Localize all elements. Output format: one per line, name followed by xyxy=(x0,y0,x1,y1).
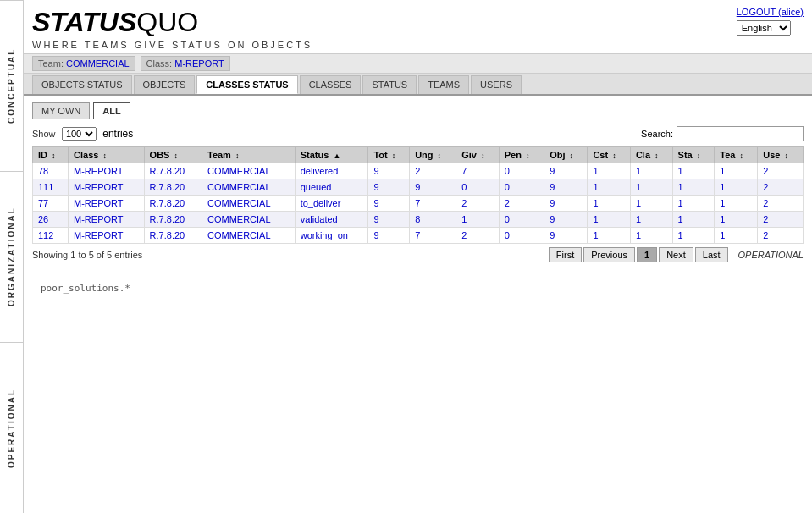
link-id[interactable]: 78 xyxy=(38,166,48,176)
link-obj[interactable]: 9 xyxy=(550,198,555,208)
link-tea[interactable]: 1 xyxy=(720,182,725,192)
link-team[interactable]: COMMERCIAL xyxy=(207,198,271,208)
link-tea[interactable]: 1 xyxy=(720,198,725,208)
col-class[interactable]: Class ↕ xyxy=(69,147,145,163)
tab-objects[interactable]: OBJECTS xyxy=(134,75,196,94)
link-obj[interactable]: 9 xyxy=(550,230,555,240)
col-team[interactable]: Team ↕ xyxy=(202,147,295,163)
link-cla[interactable]: 1 xyxy=(636,214,641,224)
link-cst[interactable]: 1 xyxy=(593,198,598,208)
tab-classes[interactable]: CLASSES xyxy=(300,75,362,94)
link-team[interactable]: COMMERCIAL xyxy=(207,166,271,176)
page-previous[interactable]: Previous xyxy=(583,247,635,262)
link-id[interactable]: 77 xyxy=(38,198,48,208)
link-ung[interactable]: 7 xyxy=(415,198,420,208)
link-class[interactable]: M-REPORT xyxy=(74,230,123,240)
tab-teams[interactable]: TEAMS xyxy=(418,75,469,94)
link-sta[interactable]: 1 xyxy=(678,214,683,224)
col-cla[interactable]: Cla ↕ xyxy=(630,147,672,163)
link-obs[interactable]: R.7.8.20 xyxy=(150,166,185,176)
link-status[interactable]: validated xyxy=(301,214,338,224)
col-tot[interactable]: Tot ↕ xyxy=(368,147,410,163)
tab-status[interactable]: STATUS xyxy=(362,75,417,94)
link-class[interactable]: M-REPORT xyxy=(74,214,123,224)
show-entries-select[interactable]: 10 25 50 100 xyxy=(62,127,97,141)
link-team[interactable]: COMMERCIAL xyxy=(207,182,271,192)
link-ung[interactable]: 2 xyxy=(415,166,420,176)
col-giv[interactable]: Giv ↕ xyxy=(456,147,499,163)
col-id[interactable]: ID ↕ xyxy=(33,147,69,163)
page-last[interactable]: Last xyxy=(695,247,728,262)
link-giv[interactable]: 2 xyxy=(461,198,467,208)
link-obj[interactable]: 9 xyxy=(550,214,555,224)
link-ung[interactable]: 7 xyxy=(415,230,420,240)
link-tot[interactable]: 9 xyxy=(373,214,378,224)
link-sta[interactable]: 1 xyxy=(678,166,683,176)
page-next[interactable]: Next xyxy=(659,247,693,262)
link-class[interactable]: M-REPORT xyxy=(74,166,123,176)
link-giv[interactable]: 1 xyxy=(461,214,467,224)
tab-classes-status[interactable]: CLASSES STATUS xyxy=(196,75,297,94)
link-giv[interactable]: 7 xyxy=(461,166,467,176)
link-id[interactable]: 26 xyxy=(38,214,48,224)
link-ung[interactable]: 9 xyxy=(415,182,420,192)
link-obs[interactable]: R.7.8.20 xyxy=(150,214,185,224)
link-pen[interactable]: 0 xyxy=(505,166,510,176)
link-cla[interactable]: 1 xyxy=(636,230,641,240)
link-giv[interactable]: 0 xyxy=(461,182,467,192)
link-cla[interactable]: 1 xyxy=(636,182,641,192)
language-selector[interactable]: English French Spanish xyxy=(737,20,804,36)
link-use[interactable]: 2 xyxy=(763,214,768,224)
link-sta[interactable]: 1 xyxy=(678,198,683,208)
link-tot[interactable]: 9 xyxy=(373,166,378,176)
link-tot[interactable]: 9 xyxy=(373,230,378,240)
link-class[interactable]: M-REPORT xyxy=(74,198,123,208)
tab-objects-status[interactable]: OBJECTS STATUS xyxy=(32,75,132,94)
link-cst[interactable]: 1 xyxy=(593,166,598,176)
link-obj[interactable]: 9 xyxy=(550,182,555,192)
link-sta[interactable]: 1 xyxy=(678,182,683,192)
link-use[interactable]: 2 xyxy=(763,230,768,240)
link-team[interactable]: COMMERCIAL xyxy=(207,230,271,240)
link-ung[interactable]: 8 xyxy=(415,214,420,224)
link-status[interactable]: working_on xyxy=(301,230,348,240)
tab-users[interactable]: USERS xyxy=(471,75,522,94)
link-tot[interactable]: 9 xyxy=(373,182,378,192)
link-team[interactable]: COMMERCIAL xyxy=(207,214,271,224)
logout-link[interactable]: LOGOUT (alice) xyxy=(737,7,804,17)
link-obs[interactable]: R.7.8.20 xyxy=(150,198,185,208)
link-cla[interactable]: 1 xyxy=(636,198,641,208)
link-id[interactable]: 111 xyxy=(38,182,53,192)
link-obs[interactable]: R.7.8.20 xyxy=(150,230,185,240)
link-use[interactable]: 2 xyxy=(763,166,768,176)
col-obs[interactable]: OBS ↕ xyxy=(144,147,202,163)
link-status[interactable]: delivered xyxy=(301,166,339,176)
link-tea[interactable]: 1 xyxy=(720,166,725,176)
link-sta[interactable]: 1 xyxy=(678,230,683,240)
link-pen[interactable]: 2 xyxy=(505,198,510,208)
link-cst[interactable]: 1 xyxy=(593,182,598,192)
col-pen[interactable]: Pen ↕ xyxy=(499,147,544,163)
link-giv[interactable]: 2 xyxy=(461,230,467,240)
col-use[interactable]: Use ↕ xyxy=(758,147,804,163)
link-id[interactable]: 112 xyxy=(38,230,53,240)
col-ung[interactable]: Ung ↕ xyxy=(410,147,456,163)
link-status[interactable]: queued xyxy=(301,182,332,192)
link-cst[interactable]: 1 xyxy=(593,214,598,224)
link-cst[interactable]: 1 xyxy=(593,230,598,240)
link-obs[interactable]: R.7.8.20 xyxy=(150,182,185,192)
link-pen[interactable]: 0 xyxy=(505,230,510,240)
col-tea[interactable]: Tea ↕ xyxy=(715,147,758,163)
link-status[interactable]: to_deliver xyxy=(301,198,341,208)
col-obj[interactable]: Obj ↕ xyxy=(544,147,588,163)
filter-all[interactable]: ALL xyxy=(93,102,130,119)
link-tea[interactable]: 1 xyxy=(720,230,725,240)
col-cst[interactable]: Cst ↕ xyxy=(588,147,630,163)
link-use[interactable]: 2 xyxy=(763,198,768,208)
link-pen[interactable]: 0 xyxy=(505,214,510,224)
link-obj[interactable]: 9 xyxy=(550,166,555,176)
link-tea[interactable]: 1 xyxy=(720,214,725,224)
col-sta[interactable]: Sta ↕ xyxy=(672,147,715,163)
language-dropdown[interactable]: English French Spanish xyxy=(737,20,791,36)
page-current[interactable]: 1 xyxy=(637,247,657,262)
